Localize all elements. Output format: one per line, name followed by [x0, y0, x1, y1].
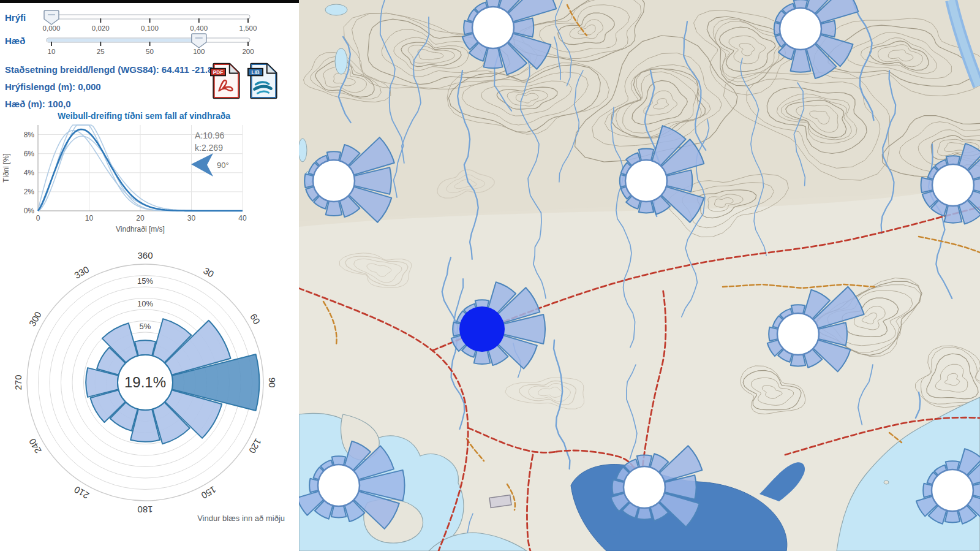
- svg-text:Tíðni [%]: Tíðni [%]: [2, 153, 10, 182]
- slider-handle[interactable]: [44, 10, 59, 25]
- wind-rose-caption: Vindur blæs inn að miðju: [197, 514, 285, 523]
- svg-text:30: 30: [187, 214, 196, 222]
- selected-point-icon[interactable]: [459, 306, 505, 352]
- slider-handle[interactable]: [192, 34, 206, 48]
- svg-text:0%: 0%: [24, 207, 35, 215]
- wind-rose-direction-label: 240: [27, 437, 43, 455]
- wind-rose-direction-label: 30: [202, 265, 216, 279]
- roughness-length-value: Hrýfislengd (m): 0,000: [5, 78, 207, 96]
- svg-text:10%: 10%: [137, 299, 153, 308]
- svg-text:A:10.96: A:10.96: [195, 131, 224, 140]
- pdf-file-icon: PDF: [210, 62, 241, 100]
- svg-text:2%: 2%: [24, 188, 35, 196]
- wind-rose-direction-label: 120: [247, 437, 263, 455]
- svg-text:k:2.269: k:2.269: [195, 143, 223, 153]
- location-coordinates: Staðsetning breidd/lengd (WGS84): 64.411…: [5, 61, 207, 78]
- wind-rose-center-value: 19.1%: [124, 374, 166, 390]
- weibull-chart: 0%2%4%6%8%010203040Vindhraði [m/s]Tíðni …: [0, 120, 288, 237]
- svg-text:10: 10: [85, 214, 94, 222]
- wind-rose-direction-label: 150: [200, 484, 218, 501]
- wind-rose-petal: [135, 340, 156, 355]
- svg-text:50: 50: [146, 48, 154, 55]
- svg-text:90°: 90°: [217, 161, 229, 170]
- wind-rose-direction-label: 360: [137, 250, 153, 260]
- wind-rose-direction-label: 300: [27, 310, 43, 328]
- wind-rose-direction-label: 270: [13, 374, 23, 390]
- wind-atlas-app: Hrýfi 0,0000,0200,1000,4001,500 Hæð 1025…: [0, 0, 980, 551]
- lib-file-icon: LIB: [247, 62, 278, 100]
- location-info: Staðsetning breidd/lengd (WGS84): 64.411…: [5, 61, 207, 113]
- slider-haed[interactable]: 102550100200: [0, 33, 288, 58]
- svg-text:25: 25: [97, 48, 105, 55]
- lib-download-button[interactable]: LIB: [247, 62, 278, 100]
- svg-text:0: 0: [36, 214, 40, 222]
- svg-text:0,100: 0,100: [141, 25, 159, 32]
- svg-text:20: 20: [136, 214, 145, 222]
- map-container: [299, 0, 980, 551]
- weibull-chart-title: Weibull-dreifing tíðni sem fall af vindh…: [0, 111, 288, 121]
- svg-text:0,400: 0,400: [190, 25, 208, 32]
- svg-text:100: 100: [193, 48, 205, 55]
- svg-text:0,020: 0,020: [92, 25, 110, 32]
- top-bar: [0, 0, 299, 3]
- control-panel: Hrýfi 0,0000,0200,1000,4001,500 Hæð 1025…: [0, 0, 299, 551]
- wind-rose-direction-label: 330: [72, 264, 91, 281]
- svg-text:15%: 15%: [137, 276, 153, 286]
- svg-text:Vindhraði [m/s]: Vindhraði [m/s]: [116, 225, 165, 234]
- wind-rose-direction-label: 210: [72, 484, 91, 501]
- svg-text:10: 10: [48, 48, 56, 55]
- svg-text:0,000: 0,000: [43, 25, 61, 32]
- svg-text:6%: 6%: [24, 150, 35, 158]
- svg-text:4%: 4%: [24, 169, 35, 177]
- wind-rose-chart: 19.1%5%10%15%360306090120150180210240270…: [0, 240, 294, 528]
- wind-direction-arrow-icon: [191, 153, 213, 177]
- wind-rose-direction-label: 180: [137, 504, 153, 515]
- svg-text:LIB: LIB: [251, 70, 259, 75]
- map[interactable]: [299, 0, 980, 551]
- height-value: Hæð (m): 100,0: [5, 96, 207, 113]
- svg-text:8%: 8%: [24, 131, 35, 139]
- svg-text:200: 200: [242, 48, 254, 55]
- pdf-download-button[interactable]: PDF: [210, 62, 241, 100]
- svg-text:1,500: 1,500: [239, 25, 257, 32]
- wind-rose-direction-label: 60: [248, 312, 262, 326]
- wind-rose-direction-label: 90: [267, 378, 277, 388]
- svg-text:5%: 5%: [140, 322, 151, 331]
- svg-text:PDF: PDF: [213, 70, 223, 75]
- svg-text:40: 40: [238, 214, 247, 222]
- slider-hryfi[interactable]: 0,0000,0200,1000,4001,500: [0, 10, 288, 34]
